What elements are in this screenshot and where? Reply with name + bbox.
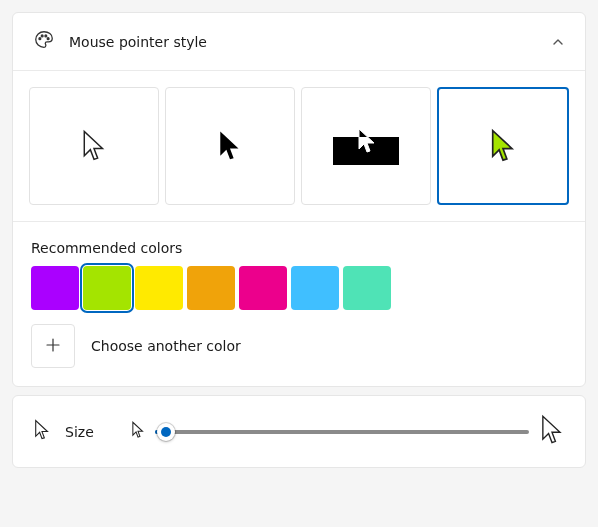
pointer-style-card: Mouse pointer style	[12, 12, 586, 387]
svg-point-2	[45, 35, 47, 37]
plus-icon	[45, 334, 61, 358]
recommended-colors-section: Recommended colors Choose another color	[13, 222, 585, 386]
color-swatch-orange[interactable]	[187, 266, 235, 310]
palette-icon	[33, 29, 55, 54]
pointer-size-card: Size	[12, 395, 586, 468]
card-title: Mouse pointer style	[69, 34, 537, 50]
color-swatch-skyblue[interactable]	[291, 266, 339, 310]
choose-another-row: Choose another color	[31, 324, 567, 368]
pointer-style-custom[interactable]	[437, 87, 569, 205]
recommended-colors-label: Recommended colors	[31, 240, 567, 256]
color-swatch-lime[interactable]	[83, 266, 131, 310]
cursor-min-icon	[131, 421, 145, 442]
chevron-up-icon	[551, 35, 565, 49]
color-swatch-teal[interactable]	[343, 266, 391, 310]
size-label: Size	[65, 424, 117, 440]
pointer-style-black[interactable]	[165, 87, 295, 205]
svg-point-0	[39, 38, 41, 40]
color-swatch-yellow[interactable]	[135, 266, 183, 310]
cursor-max-icon	[539, 414, 565, 449]
size-slider[interactable]	[155, 422, 529, 442]
size-row: Size	[13, 396, 585, 467]
choose-another-label: Choose another color	[91, 338, 241, 354]
card-header[interactable]: Mouse pointer style	[13, 13, 585, 70]
size-slider-wrap	[131, 414, 565, 449]
slider-thumb[interactable]	[157, 423, 175, 441]
color-swatch-magenta[interactable]	[239, 266, 287, 310]
color-swatch-purple[interactable]	[31, 266, 79, 310]
pointer-style-white[interactable]	[29, 87, 159, 205]
slider-track	[155, 430, 529, 434]
cursor-small-icon	[33, 419, 51, 444]
add-color-button[interactable]	[31, 324, 75, 368]
svg-point-1	[41, 35, 43, 37]
pointer-style-options	[13, 71, 585, 221]
color-swatches	[31, 266, 567, 310]
svg-point-3	[47, 38, 49, 40]
pointer-style-inverted[interactable]	[301, 87, 431, 205]
